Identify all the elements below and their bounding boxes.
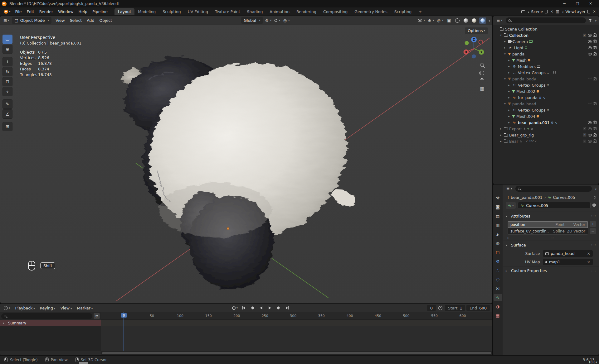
next-keyframe-button[interactable] <box>275 305 282 311</box>
expand-toggle[interactable]: ▸ <box>499 140 503 143</box>
properties-tab[interactable]: ∴ <box>494 267 502 274</box>
shading-solid-button[interactable] <box>462 17 469 24</box>
transform-orientation-selector[interactable]: Global <box>241 17 263 24</box>
expand-toggle[interactable]: ▾ <box>503 102 507 105</box>
row-label[interactable]: Mesh <box>516 58 527 63</box>
properties-tab[interactable]: ⋈ <box>494 285 502 292</box>
new-viewlayer-icon[interactable] <box>587 10 590 13</box>
expand-toggle[interactable]: ▸ <box>507 96 511 99</box>
workspace-tab[interactable]: Scripting <box>391 8 415 15</box>
expand-toggle[interactable]: ▾ <box>503 52 507 55</box>
navigation-gizmo[interactable]: Z X Y <box>461 36 487 62</box>
viewport-3d[interactable]: ⊞ ▢ Object Mode ViewSelectAddObject Glob… <box>0 16 492 303</box>
properties-tab[interactable]: ∿ <box>494 294 502 301</box>
hide-viewport-toggle[interactable] <box>588 127 592 130</box>
hide-viewport-toggle[interactable] <box>588 46 592 49</box>
disable-render-toggle[interactable] <box>593 134 597 136</box>
outliner-row[interactable]: ▸ Export <box>494 126 598 132</box>
timeline-body[interactable]: ⇄ ▾ Summary 0501001502002503003504004505… <box>0 312 492 355</box>
disable-render-toggle[interactable] <box>593 127 597 130</box>
section-expander[interactable]: ▾ <box>506 215 509 218</box>
filter-funnel-icon[interactable] <box>588 19 592 22</box>
add-attribute-button[interactable]: + <box>590 221 596 227</box>
app-menu-button[interactable] <box>2 10 12 14</box>
channel-search-input[interactable] <box>1 313 92 319</box>
hide-viewport-toggle[interactable] <box>588 53 592 55</box>
expand-toggle[interactable]: ▸ <box>507 71 511 74</box>
disable-render-toggle[interactable] <box>593 40 597 43</box>
zoom-icon[interactable] <box>480 63 484 67</box>
clear-field-icon[interactable]: × <box>587 251 590 256</box>
shading-dropdown[interactable] <box>488 18 490 23</box>
ortho-grid-icon[interactable]: ▦ <box>480 86 484 91</box>
jump-to-start-button[interactable] <box>240 305 247 311</box>
play-reverse-button[interactable] <box>257 305 265 311</box>
expand-toggle[interactable]: ▸ <box>507 90 511 93</box>
properties-search-input[interactable] <box>515 186 592 192</box>
workspace-tab[interactable]: Rendering <box>293 8 320 15</box>
options-button[interactable]: Options <box>465 27 488 34</box>
unlink-scene-icon[interactable]: × <box>549 9 554 14</box>
outliner-row[interactable]: Scene Collection <box>494 26 598 32</box>
expand-toggle[interactable]: ▸ <box>507 59 511 62</box>
properties-tab[interactable]: ⚙ <box>494 258 502 265</box>
properties-editor-type-button[interactable]: ≣ <box>505 186 513 191</box>
disable-render-toggle[interactable] <box>593 140 597 143</box>
outliner-row[interactable]: ▾ panda_head <box>494 101 598 107</box>
tool-button[interactable]: ⊕ <box>2 45 12 54</box>
tool-button[interactable]: ⊡ <box>2 77 12 86</box>
editor-type-button[interactable]: ⊞ <box>2 18 10 23</box>
row-label[interactable]: panda_head <box>512 102 536 106</box>
outliner-row[interactable]: ▸ Bear 2 322 2 <box>494 138 598 144</box>
expand-toggle[interactable]: ▸ <box>499 133 503 136</box>
add-workspace-button[interactable]: + <box>416 9 425 14</box>
outliner-row[interactable]: ▾ Collection <box>494 32 598 38</box>
overlays-dropdown[interactable]: ◎ <box>436 17 444 24</box>
attribute-row[interactable]: surface_uv_coordin... Spline 2D Vector <box>508 228 588 234</box>
properties-tab[interactable]: ◌ <box>494 276 502 283</box>
properties-tab[interactable]: ▤ <box>494 213 502 220</box>
attribute-row[interactable]: position Point Vector <box>508 221 588 228</box>
expand-toggle[interactable]: ▸ <box>507 108 511 112</box>
hide-viewport-toggle[interactable] <box>588 121 592 124</box>
summary-expander[interactable]: ▾ <box>3 322 6 325</box>
outliner-row[interactable]: ▸ Mesh.002 <box>494 88 598 94</box>
properties-tab[interactable]: ◍ <box>494 240 502 247</box>
expand-toggle[interactable]: ▸ <box>503 40 507 43</box>
menu-item[interactable]: Help <box>76 8 90 15</box>
hide-viewport-toggle[interactable] <box>588 40 592 43</box>
properties-tab[interactable]: ▦ <box>494 312 502 319</box>
outliner-row[interactable]: ▸ Mesh <box>494 57 598 63</box>
outliner-editor[interactable]: ≡ Scene Collection <box>493 16 599 184</box>
timeline-editor-type-button[interactable] <box>2 305 12 311</box>
workspace-tab[interactable]: Geometry Nodes <box>351 8 391 15</box>
custom-properties-section-header[interactable]: ▸ Custom Properties <box>503 266 599 275</box>
timeline-editor[interactable]: PlaybackKeyingViewMarker 0 Start 1 End <box>0 304 492 355</box>
visibility-dropdown[interactable] <box>417 17 426 24</box>
use-preview-range-button[interactable] <box>437 305 444 311</box>
section-expander[interactable]: ▸ <box>506 269 509 272</box>
section-expander[interactable]: ▾ <box>506 244 509 247</box>
workspace-tab[interactable]: Shading <box>244 8 266 15</box>
row-label[interactable]: Vertex Groups <box>518 70 546 75</box>
disable-render-toggle[interactable] <box>593 121 597 124</box>
jump-to-end-button[interactable] <box>284 305 291 311</box>
properties-tab[interactable]: ⚒ <box>494 194 502 202</box>
row-label[interactable]: Vertex Groups <box>518 108 546 113</box>
field-value[interactable]: panda_head × <box>543 250 593 257</box>
scene-browse-button[interactable] <box>527 9 529 14</box>
close-button[interactable]: × <box>584 0 597 7</box>
expand-toggle[interactable]: ▸ <box>499 127 503 130</box>
hide-viewport-toggle[interactable] <box>588 134 592 136</box>
row-label[interactable]: Scene Collection <box>505 27 538 31</box>
menu-item[interactable]: Window <box>56 8 76 15</box>
frame-start-field[interactable]: Start 1 <box>445 305 465 311</box>
gizmos-dropdown[interactable]: ⊕ <box>427 17 435 24</box>
camera-view-icon[interactable] <box>480 79 484 82</box>
attributes-list[interactable]: position Point Vector surface_uv_coordin… <box>508 221 588 235</box>
workspace-tab[interactable]: Compositing <box>320 8 351 15</box>
timeline-scrollbar[interactable] <box>101 351 492 355</box>
outliner-row[interactable]: ▸ Modifiers <box>494 63 598 69</box>
viewlayer-browse-button[interactable] <box>561 9 564 14</box>
outliner-row[interactable]: ▸ Mesh.004 <box>494 113 598 119</box>
